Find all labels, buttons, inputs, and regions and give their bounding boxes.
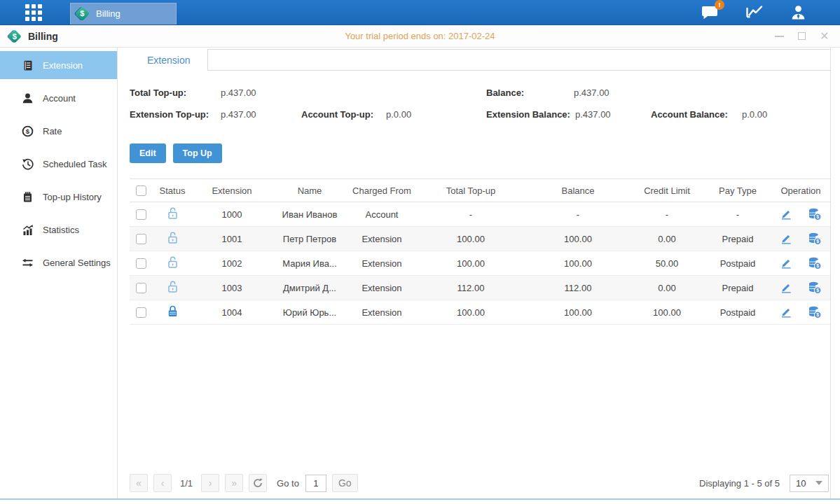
table-row: 1001 Петр Петров Extension 100.00 100.00…	[130, 227, 830, 251]
name-cell: Мария Ива...	[271, 251, 348, 276]
row-checkbox[interactable]	[136, 307, 146, 318]
pagination-bar: « ‹ 1/1 › » Go to Go Displaying 1 - 5 of…	[130, 474, 830, 492]
pay-type-cell: -	[704, 202, 771, 227]
credit-limit-cell: -	[630, 202, 704, 227]
last-page-button[interactable]: »	[225, 474, 243, 492]
maximize-button[interactable]	[797, 31, 806, 41]
balance-cell: 100.00	[526, 251, 630, 276]
sidebar-item-label: Rate	[43, 126, 62, 136]
edit-row-icon[interactable]	[780, 281, 792, 294]
name-cell: Дмитрий Д...	[271, 276, 348, 300]
col-name: Name	[271, 179, 348, 202]
tab-extension[interactable]: Extension	[130, 49, 208, 71]
total-topup-cell: 100.00	[415, 251, 526, 276]
billing-dollar-icon: $	[75, 6, 90, 21]
taskbar-tab-billing[interactable]: $ Billing	[70, 3, 177, 24]
messages-button[interactable]: !	[701, 4, 719, 21]
pay-type-cell: Prepaid	[704, 276, 771, 300]
select-all-checkbox[interactable]	[136, 186, 146, 196]
top-up-row-icon[interactable]: $	[808, 305, 822, 319]
notepad-icon	[22, 191, 34, 203]
sidebar-item-topup-history[interactable]: Top-up History	[0, 183, 117, 211]
row-checkbox[interactable]	[136, 258, 146, 269]
extension-cell: 1002	[193, 251, 271, 276]
person-icon	[22, 92, 34, 104]
reports-button[interactable]	[745, 4, 764, 21]
col-total-topup: Total Top-up	[415, 179, 526, 202]
charged-from-cell: Account	[348, 202, 415, 227]
pay-type-cell: Prepaid	[704, 227, 771, 251]
col-charged-from: Charged From	[348, 179, 415, 202]
extension-cell: 1004	[193, 300, 271, 325]
sidebar-item-general-settings[interactable]: General Settings	[0, 248, 117, 276]
svg-text:$: $	[816, 312, 819, 318]
app-launcher-icon[interactable]	[25, 4, 42, 21]
sidebar-item-statistics[interactable]: Statistics	[0, 216, 117, 244]
credit-limit-cell: 100.00	[630, 300, 704, 325]
svg-text:$: $	[816, 239, 819, 244]
next-page-button[interactable]: ›	[201, 474, 219, 492]
edit-row-icon[interactable]	[780, 306, 792, 318]
sidebar-item-extension[interactable]: Extension	[0, 51, 117, 79]
svg-text:$: $	[26, 127, 30, 135]
col-extension: Extension	[193, 179, 271, 202]
row-checkbox[interactable]	[136, 209, 146, 220]
extension-topup-label: Extension Top-up:	[130, 109, 209, 120]
top-up-row-icon[interactable]: $	[808, 281, 822, 295]
col-operation: Operation	[771, 179, 830, 202]
taskbar-tab-label: Billing	[96, 8, 121, 19]
name-cell: Юрий Юрь...	[271, 300, 348, 325]
balance-label: Balance:	[486, 88, 524, 98]
billing-window-icon: $	[8, 29, 22, 43]
table-row: 1003 Дмитрий Д... Extension 112.00 112.0…	[130, 276, 830, 300]
prev-page-button[interactable]: ‹	[153, 474, 172, 492]
chevron-down-icon	[815, 481, 822, 485]
extension-cell: 1000	[193, 202, 271, 227]
minimize-button[interactable]	[775, 31, 784, 41]
sidebar-item-scheduled-task[interactable]: Scheduled Task	[0, 150, 117, 178]
first-page-button[interactable]: «	[130, 474, 148, 492]
charged-from-cell: Extension	[348, 227, 415, 251]
sidebar-item-label: Statistics	[43, 225, 79, 235]
top-up-row-icon[interactable]: $	[808, 207, 822, 221]
total-topup-value: p.437.00	[221, 88, 256, 98]
edit-row-icon[interactable]	[780, 208, 792, 220]
lock-open-icon[interactable]	[166, 280, 179, 293]
sidebar-item-label: Top-up History	[43, 192, 102, 202]
sidebar-item-account[interactable]: Account	[0, 84, 117, 112]
edit-button[interactable]: Edit	[130, 144, 166, 163]
displaying-text: Displaying 1 - 5 of 5	[699, 478, 780, 489]
credit-limit-cell: 0.00	[630, 276, 704, 300]
goto-page-input[interactable]	[305, 475, 326, 492]
user-icon	[789, 4, 808, 21]
tab-strip: Extension	[130, 49, 830, 71]
top-up-row-icon[interactable]: $	[808, 256, 822, 270]
ledger-icon	[22, 59, 34, 71]
charged-from-cell: Extension	[348, 251, 415, 276]
page-size-select[interactable]: 10	[790, 475, 829, 492]
top-up-row-icon[interactable]: $	[808, 232, 822, 246]
refresh-button[interactable]	[249, 474, 267, 492]
bar-chart-arrow-icon	[22, 224, 34, 236]
top-up-button[interactable]: Top Up	[173, 144, 222, 163]
account-menu-button[interactable]	[789, 4, 808, 21]
total-topup-cell: 112.00	[415, 276, 526, 300]
balance-cell: -	[526, 202, 630, 227]
go-button[interactable]: Go	[332, 474, 358, 492]
close-button[interactable]: ✕	[820, 31, 829, 41]
taskbar: $ Billing !	[0, 0, 840, 25]
refresh-icon	[253, 478, 263, 488]
row-checkbox[interactable]	[136, 234, 146, 244]
lock-open-icon[interactable]	[166, 206, 179, 220]
sidebar-item-rate[interactable]: $ Rate	[0, 117, 117, 145]
lock-closed-icon[interactable]	[166, 304, 179, 318]
account-topup-value: p.0.00	[386, 109, 411, 120]
row-checkbox[interactable]	[136, 283, 146, 293]
edit-row-icon[interactable]	[780, 232, 792, 245]
lock-open-icon[interactable]	[166, 255, 179, 269]
extension-topup-value: p.437.00	[221, 109, 256, 120]
extension-balance-label: Extension Balance:	[486, 109, 570, 120]
lock-open-icon[interactable]	[166, 231, 179, 244]
edit-row-icon[interactable]	[780, 257, 792, 270]
total-topup-cell: -	[415, 202, 526, 227]
